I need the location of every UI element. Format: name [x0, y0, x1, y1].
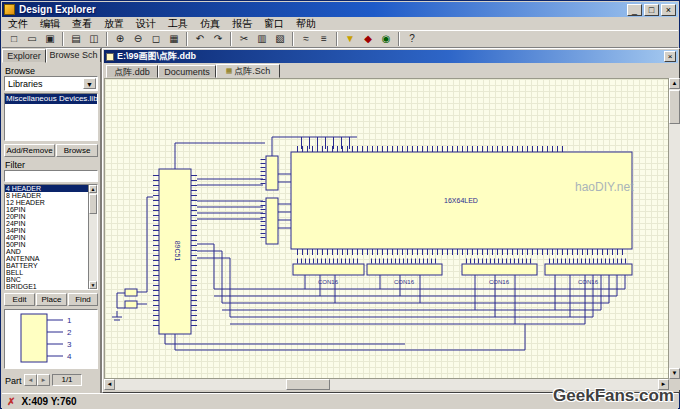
- print-icon[interactable]: ▤: [67, 32, 85, 47]
- component-item[interactable]: 16PIN: [5, 206, 97, 213]
- open-document-icon[interactable]: ▭: [23, 32, 41, 47]
- toolbar-separator: [336, 32, 338, 46]
- tab-schematic[interactable]: ▦ 点阵.Sch: [216, 64, 280, 78]
- save-icon[interactable]: ▣: [41, 32, 59, 47]
- simulate-icon[interactable]: ◉: [377, 32, 395, 47]
- chevron-down-icon[interactable]: ▼: [83, 78, 96, 89]
- cross-probe-icon[interactable]: ◆: [359, 32, 377, 47]
- browse-button[interactable]: Browse: [56, 144, 98, 157]
- schematic-canvas[interactable]: 89C51 16X64LED CON16 CON16 CON16 CON16 h…: [104, 78, 669, 379]
- menu-help[interactable]: 帮助: [290, 17, 322, 30]
- close-button[interactable]: ×: [661, 4, 676, 16]
- app-icon: [4, 4, 15, 15]
- menu-tools[interactable]: 工具: [162, 17, 194, 30]
- component-item[interactable]: 12 HEADER: [5, 199, 97, 206]
- zoom-in-icon[interactable]: ⊕: [111, 32, 129, 47]
- component-item[interactable]: 20PIN: [5, 213, 97, 220]
- menu-window[interactable]: 窗口: [258, 17, 290, 30]
- tab-ddb[interactable]: 点阵.ddb: [106, 65, 158, 78]
- redo-icon[interactable]: ↷: [209, 32, 227, 47]
- component-item[interactable]: 4 HEADER: [5, 185, 97, 192]
- part-prev-button[interactable]: ◄: [24, 374, 37, 386]
- cursor-coordinates: X:409 Y:760: [21, 396, 76, 407]
- undo-icon[interactable]: ↶: [191, 32, 209, 47]
- menu-bar: 文件 编辑 查看 放置 设计 工具 仿真 报告 窗口 帮助: [2, 17, 678, 30]
- preview-pin-number: 3: [67, 340, 72, 349]
- document-title: E:\99画图\点阵.ddb: [117, 50, 664, 63]
- scroll-down-icon[interactable]: ▼: [669, 368, 680, 379]
- wire-tool-icon[interactable]: ≈: [297, 32, 315, 47]
- tab-browse-sch[interactable]: Browse Sch: [46, 48, 101, 63]
- menu-file[interactable]: 文件: [2, 17, 34, 30]
- scroll-up-icon[interactable]: ▲: [89, 185, 97, 193]
- menu-edit[interactable]: 编辑: [34, 17, 66, 30]
- resistor-pack-symbol[interactable]: [266, 156, 278, 190]
- component-item[interactable]: BNC: [5, 276, 97, 283]
- find-button[interactable]: Find: [68, 293, 98, 306]
- component-item[interactable]: BELL: [5, 269, 97, 276]
- title-bar: Design Explorer _ □ ×: [2, 2, 678, 17]
- menu-design[interactable]: 设计: [130, 17, 162, 30]
- part-next-button[interactable]: ►: [37, 374, 50, 386]
- cut-icon[interactable]: ✂: [235, 32, 253, 47]
- component-item[interactable]: 24PIN: [5, 220, 97, 227]
- maximize-button[interactable]: □: [644, 4, 659, 16]
- component-item[interactable]: 40PIN: [5, 234, 97, 241]
- component-item[interactable]: 8 HEADER: [5, 192, 97, 199]
- menu-reports[interactable]: 报告: [226, 17, 258, 30]
- document-window: E:\99画图\点阵.ddb × 点阵.ddb Documents ▦ 点阵.S…: [102, 48, 680, 393]
- print-preview-icon[interactable]: ◫: [85, 32, 103, 47]
- document-title-bar: E:\99画图\点阵.ddb ×: [104, 50, 678, 63]
- filter-label: Filter: [5, 160, 25, 170]
- library-type-dropdown[interactable]: Libraries ▼: [4, 76, 98, 91]
- resistor-pack-symbol[interactable]: [266, 198, 278, 244]
- scrollbar-thumb[interactable]: [89, 194, 97, 214]
- zoom-out-icon[interactable]: ⊖: [129, 32, 147, 47]
- toolbar-separator: [186, 32, 188, 46]
- help-icon[interactable]: ?: [403, 32, 421, 47]
- vertical-scrollbar[interactable]: ▲ ▼: [669, 78, 680, 379]
- document-tab-bar: 点阵.ddb Documents ▦ 点阵.Sch: [104, 64, 678, 78]
- connector-label: CON16: [489, 279, 510, 285]
- connector-symbol[interactable]: [545, 264, 632, 275]
- component-item[interactable]: ANTENNA: [5, 255, 97, 262]
- bus-tool-icon[interactable]: ≡: [315, 32, 333, 47]
- capacitor-symbol[interactable]: [125, 301, 137, 308]
- minimize-button[interactable]: _: [627, 4, 642, 16]
- scroll-down-icon[interactable]: ▼: [89, 281, 97, 289]
- component-item[interactable]: BATTERY: [5, 262, 97, 269]
- scroll-left-icon[interactable]: ◄: [104, 379, 115, 390]
- filter-icon[interactable]: ▼: [341, 32, 359, 47]
- menu-view[interactable]: 查看: [66, 17, 98, 30]
- place-button[interactable]: Place: [36, 293, 67, 306]
- edit-button[interactable]: Edit: [4, 293, 35, 306]
- document-close-button[interactable]: ×: [664, 51, 676, 62]
- scrollbar-thumb[interactable]: [286, 379, 330, 390]
- menu-place[interactable]: 放置: [98, 17, 130, 30]
- connector-symbol[interactable]: [367, 264, 442, 275]
- component-item[interactable]: 34PIN: [5, 227, 97, 234]
- add-remove-button[interactable]: Add/Remove: [4, 144, 55, 157]
- filter-input[interactable]: [4, 170, 98, 182]
- preview-pin-number: 4: [67, 352, 72, 361]
- component-item[interactable]: 50PIN: [5, 241, 97, 248]
- zoom-window-icon[interactable]: ◻: [147, 32, 165, 47]
- component-item[interactable]: AND: [5, 248, 97, 255]
- component-item[interactable]: BRIDGE1: [5, 283, 97, 290]
- scroll-up-icon[interactable]: ▲: [669, 78, 680, 89]
- copy-icon[interactable]: ▥: [253, 32, 271, 47]
- component-list: 4 HEADER 8 HEADER 12 HEADER 16PIN 20PIN …: [4, 184, 98, 290]
- crystal-symbol[interactable]: [125, 289, 137, 296]
- display-label: 16X64LED: [444, 197, 478, 204]
- new-document-icon[interactable]: □: [5, 32, 23, 47]
- scrollbar-thumb[interactable]: [669, 90, 680, 124]
- tab-documents[interactable]: Documents: [158, 65, 216, 78]
- paste-icon[interactable]: ▧: [271, 32, 289, 47]
- zoom-all-icon[interactable]: ▦: [165, 32, 183, 47]
- connector-symbol[interactable]: [462, 264, 537, 275]
- connector-symbol[interactable]: [293, 264, 364, 275]
- library-list-item[interactable]: Miscellaneous Devices.lib: [5, 94, 97, 104]
- tab-explorer[interactable]: Explorer: [2, 49, 46, 63]
- component-list-scrollbar[interactable]: ▲ ▼: [88, 185, 97, 289]
- menu-simulate[interactable]: 仿真: [194, 17, 226, 30]
